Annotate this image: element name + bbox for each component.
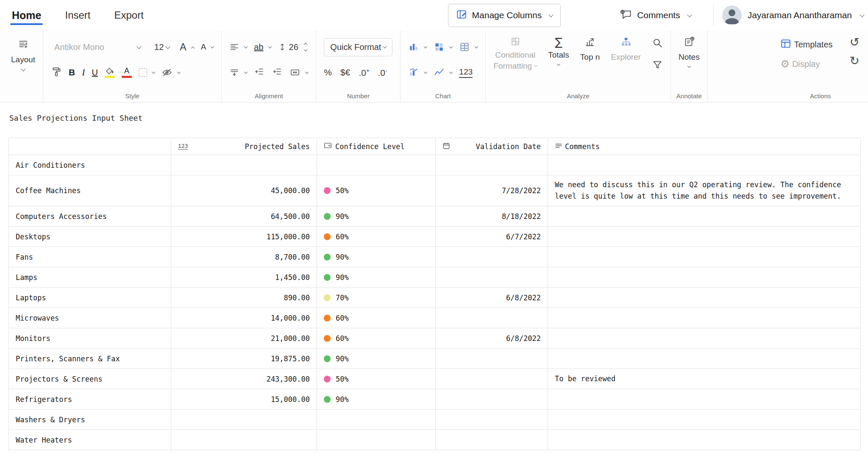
cell-comment[interactable]: [548, 247, 861, 267]
cell-comment[interactable]: [548, 308, 861, 328]
cell-validation-date[interactable]: [436, 389, 548, 410]
font-size-select[interactable]: 12: [151, 40, 173, 55]
layout-button[interactable]: Layout: [11, 36, 35, 71]
merge-cells-button[interactable]: [289, 67, 308, 78]
cell-validation-date[interactable]: 7/28/2022: [436, 175, 548, 206]
cell-projected-sales[interactable]: 21,000.00: [171, 328, 317, 349]
cell-comment[interactable]: [548, 206, 861, 227]
cell-comment[interactable]: [548, 410, 861, 430]
row-height-stepper[interactable]: 26: [278, 42, 307, 52]
underline-button[interactable]: U: [92, 68, 98, 78]
header-projected-sales[interactable]: 123 Projected Sales: [171, 138, 317, 155]
cell-comment[interactable]: [548, 288, 861, 308]
cell-projected-sales[interactable]: 243,300.00: [171, 369, 317, 389]
manage-columns-button[interactable]: Manage Columns: [448, 4, 561, 27]
cell-confidence-level[interactable]: 60%: [317, 328, 436, 349]
cell-comment[interactable]: [548, 227, 861, 247]
fill-color-button[interactable]: [105, 67, 115, 78]
header-confidence-level[interactable]: Confidence Level: [317, 138, 436, 155]
cell-validation-date[interactable]: [436, 247, 548, 267]
tab-insert[interactable]: Insert: [64, 0, 91, 30]
header-comments[interactable]: Comments: [548, 138, 861, 155]
cell-validation-date[interactable]: [436, 267, 548, 288]
cell-comment[interactable]: [548, 349, 861, 369]
borders-button[interactable]: [139, 68, 155, 77]
cell-item[interactable]: Printers, Scanners & Fax: [9, 349, 171, 369]
cell-projected-sales[interactable]: 8,700.00: [171, 247, 317, 267]
cell-item[interactable]: Projectors & Screens: [9, 369, 171, 389]
cell-projected-sales[interactable]: 115,000.00: [171, 227, 317, 247]
increase-font-size-button[interactable]: A: [180, 42, 194, 53]
cell-item[interactable]: Coffee Machines: [9, 175, 171, 206]
scatter-chart-button[interactable]: [434, 42, 452, 53]
header-validation-date[interactable]: Validation Date: [436, 138, 548, 155]
cell-confidence-level[interactable]: [317, 155, 436, 175]
cell-confidence-level[interactable]: 60%: [317, 227, 436, 247]
cell-comment[interactable]: [548, 430, 861, 450]
cell-comment[interactable]: [548, 267, 861, 288]
currency-format-button[interactable]: $€: [340, 67, 350, 78]
cell-confidence-level[interactable]: 70%: [317, 288, 436, 308]
cell-confidence-level[interactable]: [317, 430, 436, 450]
undo-button[interactable]: ↺: [850, 36, 860, 48]
cell-item[interactable]: Fans: [9, 247, 171, 267]
tab-home[interactable]: Home: [11, 0, 42, 31]
cell-confidence-level[interactable]: 90%: [317, 206, 436, 227]
cell-validation-date[interactable]: 6/8/2022: [436, 288, 548, 308]
cell-projected-sales[interactable]: [171, 410, 317, 430]
italic-button[interactable]: I: [82, 67, 85, 78]
cell-item[interactable]: Air Conditioners: [9, 155, 171, 175]
cell-projected-sales[interactable]: 1,450.00: [171, 267, 317, 288]
cell-validation-date[interactable]: 6/8/2022: [436, 328, 548, 349]
increase-decimal-button[interactable]: .0+: [359, 67, 369, 78]
cell-validation-date[interactable]: 6/7/2022: [436, 227, 548, 247]
cell-item[interactable]: Washers & Dryers: [9, 410, 171, 430]
vertical-align-button[interactable]: [229, 67, 247, 78]
top-n-button[interactable]: Top n: [580, 36, 600, 62]
format-painter-icon[interactable]: [51, 66, 62, 79]
chevron-down-icon[interactable]: [860, 12, 864, 17]
bar-chart-button[interactable]: [408, 42, 427, 53]
filter-icon[interactable]: [652, 59, 663, 72]
templates-button[interactable]: Templates: [780, 38, 832, 51]
decrease-decimal-button[interactable]: .0-: [378, 67, 387, 78]
cell-confidence-level[interactable]: 90%: [317, 389, 436, 410]
comments-button[interactable]: Comments: [620, 8, 691, 22]
sheet-title[interactable]: Sales Projections Input Sheet: [8, 114, 868, 122]
cell-validation-date[interactable]: [436, 430, 548, 450]
cell-validation-date[interactable]: [436, 308, 548, 328]
wrap-text-button[interactable]: ab: [254, 42, 271, 52]
cell-confidence-level[interactable]: [317, 410, 436, 430]
cell-validation-date[interactable]: [436, 349, 548, 369]
cell-validation-date[interactable]: [436, 155, 548, 175]
decrease-font-size-button[interactable]: A: [201, 42, 214, 52]
cell-comment[interactable]: [548, 155, 861, 175]
cell-validation-date[interactable]: [436, 410, 548, 430]
cell-confidence-level[interactable]: 90%: [317, 267, 436, 288]
cell-projected-sales[interactable]: 890.00: [171, 288, 317, 308]
display-button[interactable]: ⚙ Display: [780, 59, 832, 69]
cell-comment[interactable]: We need to discuss this in our Q2 operat…: [548, 175, 861, 206]
quick-format-select[interactable]: Quick Format: [324, 38, 392, 56]
cell-item[interactable]: Desktops: [9, 227, 171, 247]
percent-format-button[interactable]: %: [324, 67, 332, 78]
horizontal-align-button[interactable]: [229, 42, 247, 52]
cell-comment[interactable]: To be reviewed: [548, 369, 861, 389]
font-name-select[interactable]: Antikor Mono: [51, 40, 144, 55]
hide-formatting-button[interactable]: [161, 67, 180, 78]
cell-item[interactable]: Monitors: [9, 328, 171, 349]
cell-validation-date[interactable]: 8/18/2022: [436, 206, 548, 227]
cell-validation-date[interactable]: [436, 369, 548, 389]
cell-projected-sales[interactable]: 19,875.00: [171, 349, 317, 369]
cell-projected-sales[interactable]: [171, 430, 317, 450]
increase-indent-button[interactable]: [272, 66, 283, 78]
cell-confidence-level[interactable]: 90%: [317, 349, 436, 369]
cell-confidence-level[interactable]: 50%: [317, 175, 436, 206]
cell-projected-sales[interactable]: 64,500.00: [171, 206, 317, 227]
totals-button[interactable]: ∑ Totals: [548, 36, 569, 65]
cell-confidence-level[interactable]: 60%: [317, 308, 436, 328]
cell-projected-sales[interactable]: [171, 155, 317, 175]
stepper-arrows[interactable]: [304, 43, 307, 51]
bold-button[interactable]: B: [69, 67, 75, 78]
cell-comment[interactable]: [548, 389, 861, 410]
